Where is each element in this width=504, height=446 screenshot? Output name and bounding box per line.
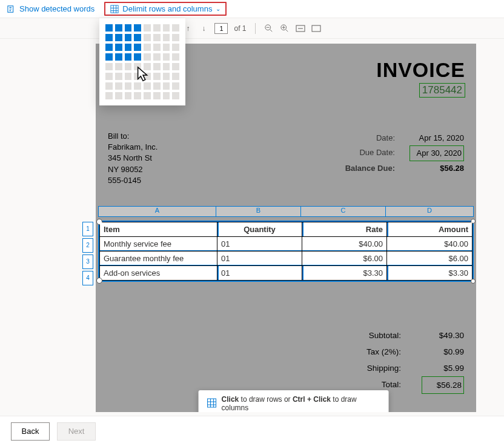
grid-picker-cell[interactable] xyxy=(163,34,170,41)
invoice-line-items-table[interactable]: Item Quantity Rate Amount Monthly servic… xyxy=(98,221,474,282)
grid-picker-cell[interactable] xyxy=(115,24,122,32)
grid-picker-cell[interactable] xyxy=(134,53,141,61)
arrow-down-icon[interactable]: ↓ xyxy=(199,24,208,33)
grid-picker-cell[interactable] xyxy=(153,24,161,32)
grid-picker-cell[interactable] xyxy=(163,82,170,90)
grid-picker-cell[interactable] xyxy=(115,53,122,61)
zoom-in-icon[interactable] xyxy=(280,24,290,33)
grid-picker-cell[interactable] xyxy=(153,92,161,99)
grid-picker-cell[interactable] xyxy=(134,24,141,32)
grid-picker-cell[interactable] xyxy=(115,34,122,41)
grid-picker-cell[interactable] xyxy=(115,73,122,80)
grid-picker-cell[interactable] xyxy=(134,34,141,41)
grid-picker-cell[interactable] xyxy=(125,34,132,41)
grid-picker-cell[interactable] xyxy=(105,53,113,61)
page-number-input[interactable] xyxy=(214,23,228,34)
cell-qty: 01 xyxy=(217,237,302,251)
hint-text: Click to draw rows or Ctrl + Click to dr… xyxy=(222,395,380,412)
col-header-d[interactable]: D xyxy=(385,206,474,217)
grid-picker-cell[interactable] xyxy=(172,73,179,80)
grid-picker-cell[interactable] xyxy=(105,44,113,51)
grid-picker-cell[interactable] xyxy=(144,92,151,99)
column-letter-headers: A B C D xyxy=(98,206,474,217)
invoice-title: INVOICE xyxy=(376,58,465,82)
zoom-out-icon[interactable] xyxy=(264,24,274,33)
grid-picker-cell[interactable] xyxy=(163,63,170,70)
grid-picker-cell[interactable] xyxy=(144,73,151,80)
row-number-headers: 1 2 3 4 xyxy=(82,222,93,285)
grid-picker-cell[interactable] xyxy=(134,63,141,70)
grid-picker-cell[interactable] xyxy=(163,53,170,61)
grid-picker-cell[interactable] xyxy=(144,53,151,61)
grid-picker-cell[interactable] xyxy=(172,24,179,32)
row-header-4[interactable]: 4 xyxy=(82,271,93,285)
grid-picker-cell[interactable] xyxy=(105,92,113,99)
grid-picker-cell[interactable] xyxy=(153,73,161,80)
row-header-1[interactable]: 1 xyxy=(82,222,93,236)
grid-picker-cell[interactable] xyxy=(144,34,151,41)
grid-picker-cell[interactable] xyxy=(153,44,161,51)
grid-picker-cell[interactable] xyxy=(115,44,122,51)
row-header-2[interactable]: 2 xyxy=(82,238,93,253)
grid-picker-cell[interactable] xyxy=(105,24,113,32)
fit-page-icon[interactable] xyxy=(311,24,321,33)
grid-picker-cell[interactable] xyxy=(105,63,113,70)
grid-picker-cell[interactable] xyxy=(163,73,170,80)
grid-picker-cell[interactable] xyxy=(144,63,151,70)
grid-picker-cell[interactable] xyxy=(153,63,161,70)
separator xyxy=(255,23,256,34)
grid-picker-cell[interactable] xyxy=(172,44,179,51)
grid-picker-cell[interactable] xyxy=(115,92,122,99)
grid-picker-cell[interactable] xyxy=(172,82,179,90)
fit-width-icon[interactable] xyxy=(296,24,305,33)
grid-picker-cell[interactable] xyxy=(125,73,132,80)
grid-picker-cell[interactable] xyxy=(163,24,170,32)
grid-picker-cell[interactable] xyxy=(125,92,132,99)
grid-picker-cell[interactable] xyxy=(153,53,161,61)
grid-picker-cell[interactable] xyxy=(172,53,179,61)
grid-picker-cell[interactable] xyxy=(115,82,122,90)
row-header-3[interactable]: 3 xyxy=(82,255,93,269)
table-row: Add-on services 01 $3.30 $3.30 xyxy=(100,266,472,281)
cell-rate: $6.00 xyxy=(302,251,387,266)
table-header-row: Item Quantity Rate Amount xyxy=(100,222,472,237)
grid-picker-cell[interactable] xyxy=(144,44,151,51)
grid-picker-cell[interactable] xyxy=(125,82,132,90)
col-header-a[interactable]: A xyxy=(98,206,216,217)
back-button[interactable]: Back xyxy=(11,422,50,441)
grid-picker-cell[interactable] xyxy=(134,82,141,90)
grid-picker-cell[interactable] xyxy=(125,63,132,70)
grid-picker-cell[interactable] xyxy=(144,82,151,90)
grid-size-picker[interactable] xyxy=(99,18,185,105)
grid-picker-cell[interactable] xyxy=(125,24,132,32)
bill-to-phone: 555-0145 xyxy=(108,175,158,186)
grid-picker-cell[interactable] xyxy=(105,82,113,90)
grid-picker-cell[interactable] xyxy=(125,53,132,61)
grid-picker-cell[interactable] xyxy=(134,73,141,80)
show-detected-words-button[interactable]: Show detected words xyxy=(7,4,94,13)
grid-picker-cell[interactable] xyxy=(115,63,122,70)
subtotal-label: Subtotal: xyxy=(369,327,401,344)
delimit-rows-columns-button[interactable]: Delimit rows and columns ⌄ xyxy=(110,4,220,13)
grid-picker-cell[interactable] xyxy=(134,44,141,51)
total-value: $56.28 xyxy=(422,376,464,394)
grid-picker-cell[interactable] xyxy=(172,63,179,70)
header-item: Item xyxy=(100,222,217,237)
subtotal-value: $49.30 xyxy=(422,327,464,344)
grid-picker-cell[interactable] xyxy=(163,44,170,51)
grid-picker-cell[interactable] xyxy=(134,92,141,99)
grid-picker-cell[interactable] xyxy=(153,82,161,90)
grid-picker-cell[interactable] xyxy=(153,34,161,41)
col-header-c[interactable]: C xyxy=(300,206,385,217)
grid-picker-cell[interactable] xyxy=(144,24,151,32)
grid-picker-cell[interactable] xyxy=(105,34,113,41)
wizard-footer: Back Next xyxy=(0,416,504,446)
grid-picker-cell[interactable] xyxy=(172,34,179,41)
table-grid-icon xyxy=(110,5,119,13)
grid-picker-cell[interactable] xyxy=(163,92,170,99)
grid-picker-cell[interactable] xyxy=(172,92,179,99)
grid-picker-cell[interactable] xyxy=(105,73,113,80)
bill-to-city: NY 98052 xyxy=(108,164,158,175)
grid-picker-cell[interactable] xyxy=(125,44,132,51)
col-header-b[interactable]: B xyxy=(216,206,300,217)
